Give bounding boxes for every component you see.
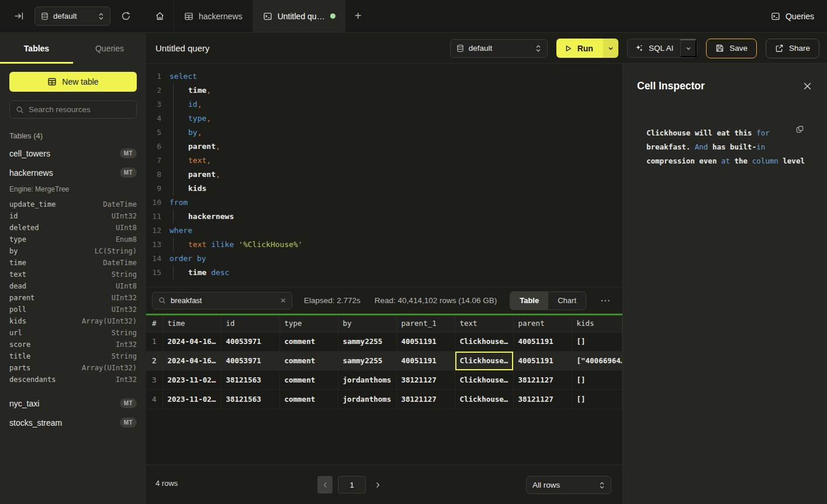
- column-header[interactable]: type: [279, 315, 338, 332]
- column-header[interactable]: kids: [572, 315, 622, 332]
- data-cell[interactable]: jordanthoms: [338, 390, 396, 409]
- data-cell[interactable]: 38121127: [396, 370, 455, 390]
- data-cell[interactable]: 38121127: [513, 390, 572, 409]
- clear-search-button[interactable]: [281, 298, 286, 303]
- data-cell[interactable]: jordanthoms: [338, 370, 396, 390]
- collapse-sidebar-button[interactable]: [12, 9, 26, 23]
- share-icon: [775, 44, 784, 53]
- editor-line[interactable]: 5by,: [146, 126, 622, 140]
- data-cell[interactable]: []: [572, 370, 622, 390]
- data-cell[interactable]: Clickhouse…: [455, 370, 513, 390]
- editor-line[interactable]: 7text,: [146, 154, 622, 168]
- column-header[interactable]: parent: [513, 315, 572, 332]
- results-search-input[interactable]: [171, 296, 276, 305]
- data-cell[interactable]: 40053971: [221, 332, 279, 351]
- new-table-button[interactable]: New table: [9, 72, 137, 92]
- row-number-cell[interactable]: 4: [146, 390, 162, 409]
- data-cell[interactable]: Clickhouse…: [455, 390, 513, 409]
- sidebar-search-input[interactable]: [29, 105, 130, 114]
- column-header[interactable]: time: [162, 315, 221, 332]
- results-more-button[interactable]: ⋯: [598, 293, 613, 308]
- data-cell[interactable]: 40051191: [396, 332, 455, 351]
- column-header[interactable]: #: [146, 315, 162, 332]
- data-cell[interactable]: 2023-11-02…: [162, 370, 221, 390]
- tab-hackernews[interactable]: hackernews: [174, 0, 253, 32]
- copy-cell-value-button[interactable]: [794, 124, 805, 135]
- tab-home[interactable]: [146, 0, 174, 32]
- sidebar-table-item[interactable]: nyc_taxiMT: [0, 394, 146, 413]
- row-number-cell[interactable]: 3: [146, 370, 162, 390]
- next-page-button[interactable]: [371, 476, 384, 493]
- sidebar-table-item[interactable]: hackernewsMT: [0, 163, 146, 182]
- data-cell[interactable]: []: [572, 332, 622, 351]
- data-cell[interactable]: 38121127: [396, 390, 455, 409]
- editor-line[interactable]: 2time,: [146, 84, 622, 98]
- tab-untitled-query[interactable]: Untitled qu…: [253, 0, 345, 32]
- editor-line[interactable]: 8parent,: [146, 168, 622, 182]
- row-number-cell[interactable]: 1: [146, 332, 162, 351]
- close-inspector-button[interactable]: [801, 79, 814, 93]
- run-options-button[interactable]: [603, 39, 618, 58]
- column-header[interactable]: by: [338, 315, 396, 332]
- column-header[interactable]: parent_1: [396, 315, 455, 332]
- data-cell[interactable]: comment: [279, 351, 338, 370]
- data-cell[interactable]: 38121127: [513, 370, 572, 390]
- data-cell[interactable]: ["40066964…: [572, 351, 622, 370]
- editor-line[interactable]: 13text ilike '%ClickHouse%': [146, 238, 622, 252]
- results-search[interactable]: [152, 292, 292, 310]
- editor-line[interactable]: 1select: [146, 69, 622, 84]
- data-cell[interactable]: 2024-04-16…: [162, 332, 221, 351]
- data-cell[interactable]: 38121563: [221, 390, 279, 409]
- column-header[interactable]: id: [221, 315, 279, 332]
- data-cell[interactable]: Clickhouse…: [455, 332, 513, 351]
- sidebar-tab-tables[interactable]: Tables: [0, 33, 73, 64]
- view-toggle-chart[interactable]: Chart: [548, 292, 586, 310]
- sql-ai-button[interactable]: SQL AI: [628, 44, 680, 53]
- data-cell[interactable]: comment: [279, 332, 338, 351]
- updown-chevron-icon: [98, 12, 104, 20]
- cell-value-line: Clickhouse will eat this for: [646, 126, 805, 140]
- data-cell[interactable]: 2023-11-02…: [162, 390, 221, 409]
- sidebar-table-item[interactable]: cell_towersMT: [0, 144, 146, 163]
- save-button[interactable]: Save: [706, 39, 757, 58]
- view-toggle-table[interactable]: Table: [510, 292, 548, 310]
- editor-line[interactable]: 15time desc: [146, 266, 622, 280]
- data-cell[interactable]: comment: [279, 390, 338, 409]
- sidebar-table-item[interactable]: stocks_streamMT: [0, 413, 146, 432]
- data-cell[interactable]: sammy2255: [338, 351, 396, 370]
- share-button[interactable]: Share: [766, 39, 819, 58]
- column-header[interactable]: text: [455, 315, 513, 332]
- sql-editor[interactable]: 1select2time,3id,4type,5by,6parent,7text…: [146, 64, 622, 287]
- editor-line[interactable]: 14order by: [146, 252, 622, 266]
- run-button[interactable]: Run: [556, 39, 603, 58]
- data-cell[interactable]: sammy2255: [338, 332, 396, 351]
- new-tab-button[interactable]: +: [345, 0, 371, 32]
- editor-line[interactable]: 4type,: [146, 112, 622, 126]
- row-number-cell[interactable]: 2: [146, 351, 162, 370]
- editor-line[interactable]: 11hackernews: [146, 210, 622, 224]
- data-cell[interactable]: []: [572, 390, 622, 409]
- topbar-database-selector[interactable]: default: [34, 6, 110, 26]
- data-cell[interactable]: comment: [279, 370, 338, 390]
- sidebar-search[interactable]: [9, 100, 137, 119]
- page-number-input[interactable]: [338, 476, 366, 493]
- page-size-selector[interactable]: All rows: [526, 476, 611, 494]
- data-cell[interactable]: 40051191: [396, 351, 455, 370]
- sql-ai-options-button[interactable]: [680, 39, 697, 57]
- editor-line[interactable]: 3id,: [146, 98, 622, 112]
- sidebar-tab-queries[interactable]: Queries: [73, 33, 146, 64]
- editor-line[interactable]: 9kids: [146, 182, 622, 196]
- data-cell[interactable]: 2024-04-16…: [162, 351, 221, 370]
- editor-line[interactable]: 12where: [146, 224, 622, 238]
- data-cell[interactable]: 40051191: [513, 332, 572, 351]
- editor-line[interactable]: 10from: [146, 196, 622, 210]
- data-cell[interactable]: 38121563: [221, 370, 279, 390]
- previous-page-button[interactable]: [317, 476, 333, 493]
- data-cell[interactable]: 40051191: [513, 351, 572, 370]
- query-database-selector[interactable]: default: [450, 39, 548, 58]
- queries-button[interactable]: Queries: [758, 0, 827, 32]
- editor-line[interactable]: 6parent,: [146, 140, 622, 154]
- data-cell[interactable]: Clickhouse…: [455, 351, 513, 370]
- data-cell[interactable]: 40053971: [221, 351, 279, 370]
- refresh-button[interactable]: [119, 9, 133, 23]
